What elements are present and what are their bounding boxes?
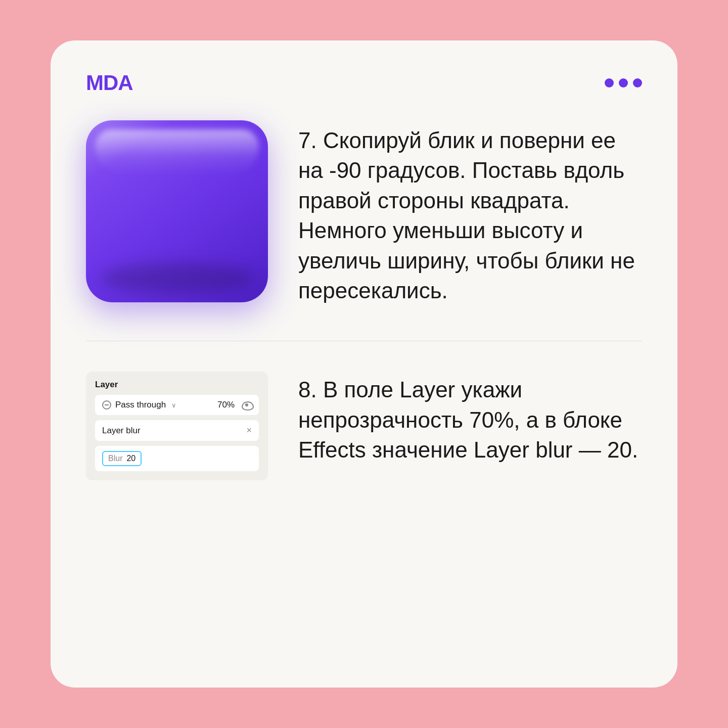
blur-label: Blur xyxy=(108,454,122,463)
step-2-text: 8. В поле Layer укажи непрозрачность 70%… xyxy=(298,372,642,465)
step-1-text: 7. Скопируй блик и поверни ее на -90 гра… xyxy=(298,120,642,305)
section-1: 7. Скопируй блик и поверни ее на -90 гра… xyxy=(86,120,642,305)
section-2: Layer Pass through ∨ 70% Layer blur xyxy=(86,372,642,480)
blur-input-row: Blur 20 xyxy=(95,446,259,471)
layer-blur-row: Layer blur × xyxy=(95,420,259,441)
ui-panel: Layer Pass through ∨ 70% Layer blur xyxy=(86,372,268,480)
layer-row-right: 70% xyxy=(217,400,252,410)
blend-mode-text: Pass through xyxy=(115,400,166,410)
blend-icon xyxy=(102,400,111,410)
dot-2 xyxy=(619,78,628,87)
effects-panel: Layer blur × Blur 20 xyxy=(95,420,259,471)
opacity-value: 70% xyxy=(217,400,235,410)
layer-row-left: Pass through ∨ xyxy=(102,400,176,410)
layer-row: Pass through ∨ 70% xyxy=(95,395,259,415)
chevron-down-icon[interactable]: ∨ xyxy=(171,401,176,409)
layer-blur-label: Layer blur xyxy=(102,426,141,436)
blur-value: 20 xyxy=(126,454,135,463)
layer-label: Layer xyxy=(95,380,259,390)
dot-1 xyxy=(605,78,614,87)
blur-input-box[interactable]: Blur 20 xyxy=(102,451,142,466)
eye-icon[interactable] xyxy=(242,401,252,408)
layer-panel: Layer Pass through ∨ 70% Layer blur xyxy=(86,372,268,480)
purple-square xyxy=(86,120,268,302)
logo: MDA xyxy=(86,71,133,95)
dot-3 xyxy=(633,78,642,87)
header: MDA xyxy=(86,71,642,95)
purple-square-container xyxy=(86,120,268,302)
menu-dots[interactable] xyxy=(605,78,642,87)
main-card: MDA 7. Скопируй блик и поверни ее на -90… xyxy=(51,40,677,688)
divider xyxy=(86,341,642,341)
close-icon[interactable]: × xyxy=(246,425,252,436)
